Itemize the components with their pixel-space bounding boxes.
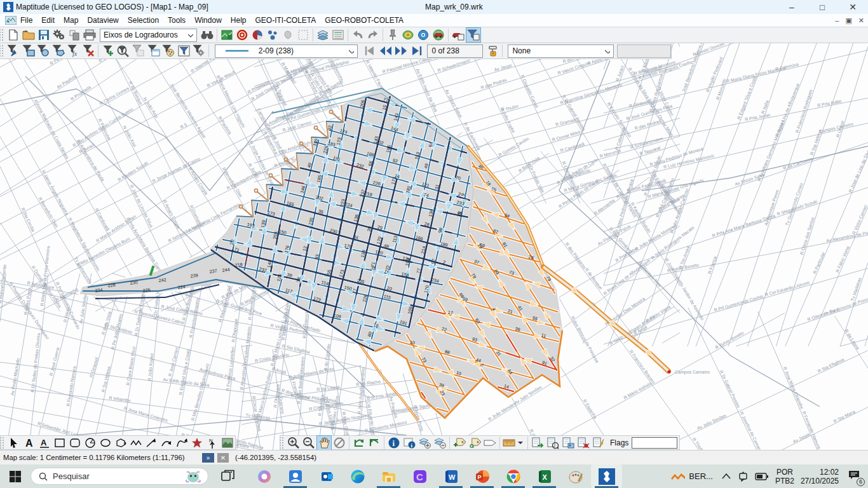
svg-text:i: i	[393, 438, 395, 448]
svg-text:228: 228	[107, 281, 116, 288]
svg-text:C: C	[416, 471, 423, 482]
svg-text:64: 64	[428, 142, 434, 148]
svg-text:218: 218	[234, 261, 243, 268]
svg-text:230: 230	[130, 279, 138, 286]
svg-text:P: P	[477, 473, 481, 480]
svg-text:237: 237	[209, 268, 217, 274]
svg-text:X: X	[542, 473, 547, 481]
svg-text:49: 49	[423, 163, 430, 170]
svg-text:83: 83	[314, 254, 320, 261]
svg-text:225: 225	[142, 287, 151, 294]
svg-text:A: A	[41, 438, 47, 447]
svg-text:242: 242	[158, 276, 166, 283]
svg-text:A: A	[25, 438, 33, 449]
svg-text:W: W	[449, 473, 456, 481]
svg-text:234: 234	[95, 287, 103, 294]
svg-text:G: G	[470, 443, 474, 449]
svg-text:244: 244	[222, 266, 230, 273]
svg-text:239: 239	[190, 272, 198, 279]
svg-text:Campos Carneiro: Campos Carneiro	[675, 370, 710, 375]
svg-text:224: 224	[177, 283, 186, 290]
svg-text:fx: fx	[72, 50, 78, 57]
